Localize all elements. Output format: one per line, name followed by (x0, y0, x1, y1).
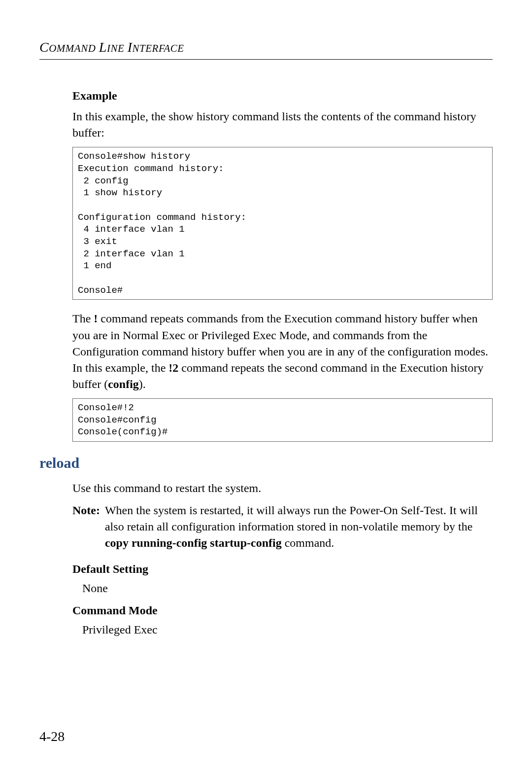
text: When the system is restarted, it will al… (105, 504, 478, 533)
page-header: COMMAND LINE INTERFACE (39, 39, 493, 60)
bold-bang2: !2 (168, 361, 178, 374)
note-body: When the system is restarted, it will al… (105, 502, 493, 551)
example-heading: Example (72, 89, 493, 103)
default-setting-heading: Default Setting (72, 563, 493, 576)
reload-heading: reload (39, 455, 493, 471)
bold-copy-command: copy running-config startup-config (105, 536, 282, 549)
reload-paragraph: Use this command to restart the system. (72, 480, 493, 496)
command-mode-heading: Command Mode (72, 604, 493, 617)
code-block-1: Console#show history Execution command h… (72, 147, 493, 300)
content-area: Example In this example, the show histor… (72, 89, 493, 442)
bang-paragraph: The ! command repeats commands from the … (72, 311, 493, 392)
text: command. (282, 536, 334, 549)
reload-content: Use this command to restart the system. … (72, 480, 493, 636)
note-row: Note: When the system is restarted, it w… (72, 502, 493, 551)
command-mode-value: Privileged Exec (82, 623, 493, 636)
text: ). (139, 378, 146, 390)
default-setting-value: None (82, 582, 493, 595)
page-number: 4-28 (39, 729, 65, 744)
note-label: Note: (72, 502, 100, 551)
text: The (72, 312, 94, 325)
bold-config: config (108, 378, 139, 390)
code-block-2: Console#!2 Console#config Console(config… (72, 398, 493, 442)
example-paragraph: In this example, the show history comman… (72, 108, 493, 141)
